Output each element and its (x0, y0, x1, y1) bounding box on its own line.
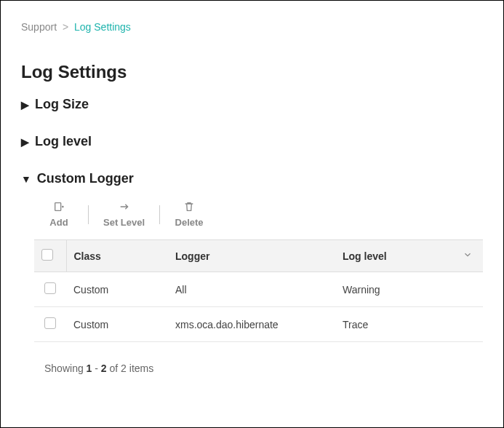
table-row[interactable]: Custom xms.oca.dao.hibernate Trace (34, 307, 483, 342)
arrow-right-icon (119, 201, 130, 215)
row-checkbox[interactable] (44, 317, 56, 329)
pager-suffix: items (127, 362, 153, 374)
toolbar-separator (88, 205, 89, 224)
section-log-level-title: Log level (35, 134, 92, 149)
breadcrumb-parent[interactable]: Support (21, 21, 57, 33)
cell-logger: All (168, 272, 335, 307)
cell-class: Custom (66, 307, 168, 342)
row-checkbox[interactable] (44, 282, 56, 294)
delete-button[interactable]: Delete (175, 201, 204, 228)
section-log-level: ▶ Log level (21, 134, 483, 149)
add-button-label: Add (49, 217, 68, 228)
cell-log-level: Trace (335, 307, 483, 342)
section-log-size-header[interactable]: ▶ Log Size (21, 97, 483, 112)
section-custom-logger-header[interactable]: ▼ Custom Logger (21, 171, 483, 186)
pagination-summary: Showing 1 - 2 of 2 items (34, 362, 483, 374)
pager-mid: of (107, 362, 121, 374)
section-log-size: ▶ Log Size (21, 97, 483, 112)
delete-button-label: Delete (175, 217, 204, 228)
pager-dash: - (92, 362, 100, 374)
column-header-class[interactable]: Class (66, 240, 168, 272)
chevron-right-icon: ▶ (21, 136, 29, 148)
add-icon (53, 201, 65, 215)
pager-prefix: Showing (44, 362, 84, 374)
custom-logger-toolbar: Add Set Level Delete (34, 201, 483, 228)
column-menu-icon[interactable] (463, 250, 473, 262)
set-level-button-label: Set Level (103, 217, 145, 228)
toolbar-separator (159, 205, 160, 224)
breadcrumb-separator: > (63, 21, 68, 33)
chevron-down-icon: ▼ (21, 173, 31, 185)
select-all-checkbox[interactable] (41, 249, 53, 261)
breadcrumb: Support > Log Settings (21, 21, 483, 33)
column-header-log-level[interactable]: Log level (335, 240, 455, 272)
section-log-size-title: Log Size (35, 97, 89, 112)
section-log-level-header[interactable]: ▶ Log level (21, 134, 483, 149)
table-row[interactable]: Custom All Warning (34, 272, 483, 307)
set-level-button[interactable]: Set Level (103, 201, 145, 228)
svg-rect-0 (55, 203, 61, 211)
cell-logger: xms.oca.dao.hibernate (168, 307, 335, 342)
cell-class: Custom (66, 272, 168, 307)
custom-logger-table: Class Logger Log level Custom (34, 239, 483, 342)
section-custom-logger-title: Custom Logger (37, 171, 134, 186)
add-button[interactable]: Add (44, 201, 73, 228)
section-custom-logger: ▼ Custom Logger Add Set Level (21, 171, 483, 374)
trash-icon (183, 201, 195, 215)
chevron-right-icon: ▶ (21, 99, 29, 111)
page-title: Log Settings (21, 62, 483, 82)
pager-range-end: 2 (101, 362, 107, 374)
breadcrumb-current[interactable]: Log Settings (74, 21, 131, 33)
cell-log-level: Warning (335, 272, 483, 307)
pager-total: 2 (121, 362, 127, 374)
column-header-logger[interactable]: Logger (168, 240, 335, 272)
